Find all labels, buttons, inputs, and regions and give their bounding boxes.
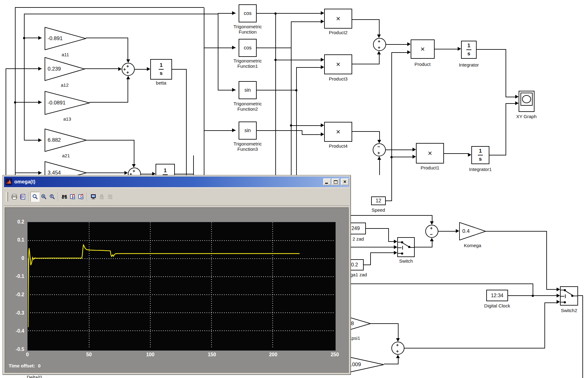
arrow	[458, 47, 461, 51]
wire	[134, 140, 134, 164]
wire	[186, 69, 187, 175]
wire	[506, 97, 516, 97]
save-axes-icon[interactable]	[68, 192, 77, 201]
wire	[388, 228, 389, 242]
trig-block-cos[interactable]: cos	[239, 4, 257, 22]
wire	[432, 241, 432, 247]
arrow	[515, 95, 519, 99]
arrow	[407, 42, 411, 46]
lock-icon[interactable]	[97, 192, 106, 201]
wire	[476, 49, 506, 50]
integrator-block[interactable]: 1s	[461, 41, 477, 59]
wire	[204, 130, 236, 131]
product3-block[interactable]: ×	[324, 54, 352, 74]
constant-speed[interactable]: 12	[371, 196, 386, 205]
toolbar-grip[interactable]	[6, 192, 8, 201]
sum-block[interactable]: + +	[391, 342, 404, 355]
x-tick: 0	[16, 352, 38, 357]
sum-sign: +	[126, 70, 129, 75]
wire	[275, 60, 321, 60]
time-offset-value: 0	[38, 363, 40, 368]
parameters-icon[interactable]	[18, 192, 27, 201]
integrator-block-betta[interactable]: 1s	[150, 59, 172, 80]
arrow	[515, 101, 519, 105]
wire	[379, 54, 380, 64]
arrow	[430, 221, 434, 225]
product4-block[interactable]: ×	[324, 122, 352, 142]
wire	[256, 130, 302, 131]
xy-graph-block[interactable]	[519, 91, 534, 112]
block-label: Switch	[390, 258, 422, 264]
block-label: Digital Clock	[475, 303, 519, 308]
scope-plot-area[interactable]	[27, 222, 336, 351]
switch2-block[interactable]	[560, 286, 578, 306]
trig-block-cos1[interactable]: cos	[239, 39, 257, 57]
zoom-icon[interactable]	[30, 192, 40, 202]
floating-scope-icon[interactable]	[89, 192, 97, 201]
wire	[351, 247, 394, 247]
wire	[533, 284, 533, 296]
wire	[398, 358, 399, 364]
signal-selection-icon[interactable]	[106, 192, 114, 201]
restore-axes-icon[interactable]	[77, 192, 85, 201]
gain-block-a21[interactable]: 6.882	[44, 129, 87, 152]
maximize-button[interactable]	[332, 178, 339, 185]
wire	[24, 14, 218, 14]
close-button[interactable]	[341, 178, 349, 185]
wire	[128, 38, 128, 60]
switch-block[interactable]	[397, 237, 415, 257]
wire	[370, 252, 394, 253]
product1-block[interactable]: ×	[416, 143, 444, 164]
integrator1-block[interactable]: 1s	[471, 146, 489, 164]
gain-block-komega[interactable]: 0.4	[459, 222, 486, 240]
zoom-x-icon[interactable]	[40, 192, 48, 201]
y-tick: 0.2	[7, 219, 24, 225]
wire	[141, 174, 153, 174]
block-label: Integrator1	[462, 167, 499, 172]
trig-block-sin3[interactable]: sin	[239, 122, 257, 140]
product2-block[interactable]: ×	[324, 9, 352, 29]
block-label: XY Graph	[508, 114, 545, 119]
sum-block[interactable]: − +	[373, 143, 386, 156]
wire	[172, 69, 187, 70]
wire	[391, 52, 408, 53]
wire	[391, 52, 392, 201]
gain-value: -0.891	[48, 35, 63, 42]
gain-block-a12[interactable]: 0.239	[44, 57, 85, 81]
minimize-button[interactable]	[323, 178, 331, 185]
window-title: omega(t)	[14, 179, 35, 185]
sum-block[interactable]: + + +	[122, 63, 135, 76]
gain-block-a13[interactable]: -0.0891	[44, 91, 90, 115]
arrow	[321, 20, 324, 23]
scope-titlebar[interactable]: omega(t)	[4, 177, 349, 187]
gain-block-a11[interactable]: -0.891	[44, 27, 86, 50]
trig-block-sin2[interactable]: sin	[239, 81, 257, 99]
junction-dot	[23, 37, 25, 39]
zoom-y-icon[interactable]	[48, 192, 56, 201]
sum-block[interactable]: + −	[425, 225, 438, 238]
frac-num: 1	[164, 168, 166, 174]
gain-value: .009	[351, 362, 361, 368]
wire	[296, 67, 297, 175]
toolbar-separator	[87, 192, 87, 201]
junction-dot	[390, 156, 393, 158]
block-label: betta	[149, 80, 174, 85]
digital-clock-block[interactable]: 12:34	[486, 290, 508, 301]
arrow	[321, 132, 324, 136]
wire	[398, 323, 399, 339]
sum-block[interactable]: + +	[373, 38, 386, 51]
sum-sign: −	[430, 232, 433, 237]
autoscale-icon[interactable]	[60, 192, 68, 201]
product-block[interactable]: ×	[411, 39, 435, 59]
block-label: Product	[407, 62, 438, 67]
print-icon[interactable]	[10, 192, 18, 201]
arrow	[321, 123, 324, 127]
y-tick: -0.3	[7, 310, 24, 316]
y-tick: -0.2	[7, 292, 24, 298]
arrow	[147, 67, 150, 71]
wire	[371, 323, 399, 324]
gain-label: a11	[50, 52, 81, 57]
arrow	[557, 288, 560, 291]
block-label: TrigonometricFunction2	[223, 101, 273, 112]
y-tick: -0.1	[7, 273, 24, 279]
